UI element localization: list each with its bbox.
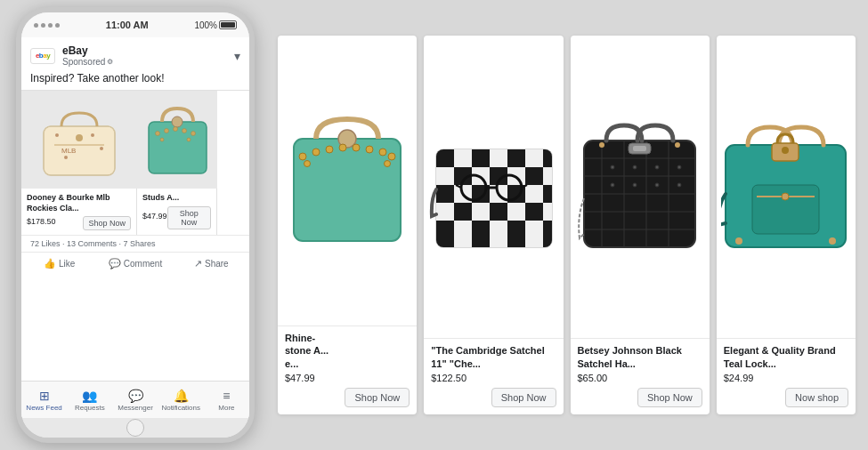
expanded-img-1 <box>278 36 417 325</box>
svg-point-20 <box>299 153 306 160</box>
svg-point-93 <box>675 142 680 148</box>
requests-icon: 👥 <box>82 389 97 403</box>
svg-rect-51 <box>525 185 543 203</box>
svg-point-22 <box>326 146 333 153</box>
expanded-item-4: Elegant & Quality Brand Teal Lock... $24… <box>717 36 856 414</box>
carousel-item-body-1: Dooney & Bourke Mlb Rockies Cla... $178.… <box>21 189 136 235</box>
svg-rect-57 <box>507 203 525 221</box>
svg-rect-33 <box>454 149 472 167</box>
carousel-img-1: MLB <box>21 91 137 189</box>
like-action[interactable]: 👍 Like <box>21 254 97 273</box>
svg-point-23 <box>339 144 346 151</box>
svg-point-83 <box>633 165 637 169</box>
svg-point-25 <box>366 146 373 153</box>
svg-rect-44 <box>525 167 543 185</box>
svg-rect-2 <box>54 144 104 146</box>
expanded-item-3: Betsey Johnson Black Satchel Ha... $65.0… <box>571 36 710 414</box>
sponsored-label: Sponsored ⚙ <box>62 57 227 67</box>
svg-rect-55 <box>472 203 490 221</box>
svg-point-99 <box>782 193 789 200</box>
svg-rect-60 <box>436 221 454 247</box>
svg-point-7 <box>91 133 94 137</box>
nav-newsfeed[interactable]: ⊞ News Feed <box>21 382 67 418</box>
shop-now-btn-1[interactable]: Shop Now <box>83 216 131 230</box>
phone-screen: ebay eBay Sponsored ⚙ ▾ Inspired? Take a… <box>21 37 249 418</box>
expanded-shop-btn-4[interactable]: Now shop <box>785 388 848 407</box>
svg-rect-32 <box>436 149 454 167</box>
nav-notifications[interactable]: 🔔 Notifications <box>158 382 204 418</box>
svg-rect-58 <box>525 203 543 221</box>
home-button[interactable] <box>126 419 144 437</box>
messenger-icon: 💬 <box>128 389 143 403</box>
brand-name: eBay <box>62 44 227 57</box>
expanded-item-1: Rhine-stone A...e... $47.99 Shop Now <box>278 36 417 414</box>
svg-point-14 <box>182 129 186 133</box>
svg-rect-59 <box>543 203 558 221</box>
comment-action[interactable]: 💬 Comment <box>97 254 173 273</box>
svg-point-88 <box>655 183 659 187</box>
expanded-body-1: Rhine-stone A...e... $47.99 Shop Now <box>278 325 417 414</box>
expanded-shop-btn-2[interactable]: Shop Now <box>491 388 556 407</box>
svg-point-101 <box>829 237 836 245</box>
expanded-body-3: Betsey Johnson Black Satchel Ha... $65.0… <box>571 338 710 414</box>
expanded-item-2: "The Cambridge Satchel 11" "Che... $122.… <box>424 36 563 414</box>
newsfeed-icon: ⊞ <box>39 389 50 403</box>
svg-rect-36 <box>507 149 525 167</box>
expanded-price-1: $47.99 <box>285 373 410 383</box>
post-actions: 👍 Like 💬 Comment ↗ Share <box>21 252 249 275</box>
expanded-img-3 <box>571 36 710 338</box>
expanded-name-3: Betsey Johnson Black Satchel Ha... <box>578 344 702 370</box>
svg-point-4 <box>55 133 59 137</box>
svg-point-26 <box>379 149 386 156</box>
svg-rect-39 <box>436 167 454 185</box>
svg-rect-45 <box>543 167 558 185</box>
item-price-2: $47.99 <box>142 212 167 221</box>
svg-point-82 <box>611 165 614 169</box>
expanded-body-2: "The Cambridge Satchel 11" "Che... $122.… <box>424 338 563 414</box>
svg-rect-46 <box>436 185 454 203</box>
notifications-icon: 🔔 <box>174 389 189 403</box>
expanded-name-1: Rhine-stone A...e... <box>285 332 410 370</box>
expanded-shop-btn-1[interactable]: Shop Now <box>345 388 410 407</box>
svg-rect-62 <box>472 221 490 247</box>
expanded-shop-btn-3[interactable]: Shop Now <box>637 388 702 407</box>
svg-point-3 <box>76 134 83 141</box>
svg-point-27 <box>388 153 395 160</box>
item-price-1: $178.50 <box>27 217 56 226</box>
svg-rect-52 <box>543 185 558 203</box>
shop-now-btn-2[interactable]: Shop Now <box>167 206 211 229</box>
share-icon: ↗ <box>194 258 202 269</box>
sponsored-icon: ⚙ <box>107 58 113 66</box>
signal-dots <box>34 23 60 28</box>
post-more-button[interactable]: ▾ <box>234 49 240 63</box>
nav-more[interactable]: ≡ More <box>204 382 249 418</box>
post-stats: 72 Likes · 13 Comments · 7 Shares <box>21 235 249 252</box>
svg-point-96 <box>782 147 789 154</box>
expanded-body-4: Elegant & Quality Brand Teal Lock... $24… <box>717 338 856 414</box>
svg-point-21 <box>312 149 320 156</box>
svg-point-6 <box>64 156 68 159</box>
carousel-item-body-2: Studs A... $47.99 Shop Now <box>137 189 216 234</box>
share-action[interactable]: ↗ Share <box>174 254 249 273</box>
svg-point-28 <box>304 160 311 166</box>
battery-indicator: 100% <box>194 20 237 30</box>
svg-point-11 <box>155 132 159 136</box>
nav-requests[interactable]: 👥 Requests <box>67 382 112 418</box>
svg-rect-97 <box>752 185 819 234</box>
share-label: Share <box>205 259 229 269</box>
carousel-item-2: Studs A... $47.99 Shop Now <box>137 91 217 235</box>
expanded-img-4 <box>717 36 856 338</box>
expanded-name-2: "The Cambridge Satchel 11" "Che... <box>431 344 556 370</box>
svg-rect-54 <box>454 203 472 221</box>
notifications-label: Notifications <box>161 404 200 412</box>
svg-point-86 <box>611 183 614 187</box>
time-display: 11:00 AM <box>106 20 149 30</box>
post-area: ebay eBay Sponsored ⚙ ▾ Inspired? Take a… <box>21 37 249 381</box>
nav-messenger[interactable]: 💬 Messenger <box>112 382 158 418</box>
like-icon: 👍 <box>44 258 56 269</box>
newsfeed-label: News Feed <box>26 404 61 412</box>
svg-rect-65 <box>525 221 543 247</box>
svg-rect-63 <box>490 221 507 247</box>
svg-point-13 <box>173 127 177 132</box>
mini-carousel: MLB Dooney & Bourke Mlb Rockies Cla... $… <box>21 90 249 235</box>
